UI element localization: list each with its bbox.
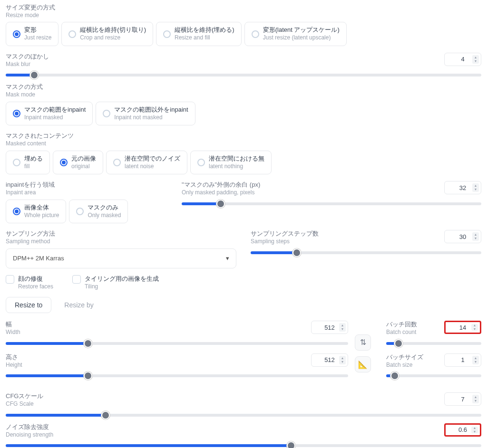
tiling-checkbox[interactable]: タイリング用の画像を生成 Tiling bbox=[72, 275, 159, 290]
denoise-section: ノイズ除去強度 Denoising strength 0.6 ▴▾ bbox=[6, 423, 481, 447]
batch-count-input[interactable]: 14 ▴▾ bbox=[444, 321, 481, 334]
width-input[interactable]: 512 ▴▾ bbox=[311, 321, 348, 334]
tab-resize-to[interactable]: Resize to bbox=[6, 297, 51, 313]
cfg-slider[interactable] bbox=[6, 414, 481, 417]
radio-icon bbox=[60, 159, 68, 166]
stepper-icon[interactable]: ▴▾ bbox=[339, 323, 346, 332]
cfg-section: CFGスケール CFG Scale 7 ▴▾ bbox=[6, 392, 481, 416]
width-section: 幅 Width 512 ▴▾ bbox=[6, 321, 348, 344]
padding-slider[interactable] bbox=[182, 202, 481, 205]
resize-mode-option-0[interactable]: 変形Just resize bbox=[6, 22, 58, 46]
radio-icon bbox=[197, 159, 205, 166]
inpaint-area-option-1[interactable]: マスクのみOnly masked bbox=[69, 200, 128, 223]
sampling-steps-section: サンプリングステップ数 Sampling steps 30 ▴▾ bbox=[251, 230, 481, 268]
radio-icon bbox=[13, 30, 20, 38]
radio-icon bbox=[13, 110, 20, 117]
radio-icon bbox=[103, 110, 110, 117]
inpaint-area-option-0[interactable]: 画像全体Whole picture bbox=[6, 200, 66, 223]
inpaint-area-section: inpaintを行う領域 Inpaint area 画像全体Whole pict… bbox=[6, 181, 167, 223]
resize-tabs: Resize to Resize by bbox=[6, 297, 481, 313]
mask-blur-section: マスクのぼかし Mask blur 4 ▴▾ bbox=[6, 53, 481, 76]
restore-faces-checkbox[interactable]: 顔の修復 Restore faces bbox=[6, 275, 53, 290]
cfg-input[interactable]: 7 ▴▾ bbox=[444, 392, 481, 406]
stepper-icon[interactable]: ▴▾ bbox=[471, 324, 478, 331]
padding-label: "マスクのみ"外側の余白 (px) Only masked padding, p… bbox=[182, 181, 260, 196]
masked-content-option-1[interactable]: 元の画像original bbox=[53, 151, 103, 174]
batch-size-slider[interactable] bbox=[386, 374, 481, 377]
masked-content-option-2[interactable]: 潜在空間でのノイズlatent noise bbox=[106, 151, 187, 174]
stepper-icon[interactable]: ▴▾ bbox=[472, 55, 479, 64]
masked-content-section: マスクされたコンテンツ Masked content 埋めるfill元の画像or… bbox=[6, 132, 481, 174]
masked-content-option-0[interactable]: 埋めるfill bbox=[6, 151, 50, 174]
radio-icon bbox=[113, 159, 121, 166]
mask-mode-section: マスクの方式 Mask mode マスクの範囲をinpaintInpaint m… bbox=[6, 83, 481, 125]
batch-count-slider[interactable] bbox=[386, 342, 481, 345]
batch-size-input[interactable]: 1 ▴▾ bbox=[444, 353, 481, 367]
batch-count-label: バッチ回数 Batch count bbox=[386, 321, 417, 336]
stepper-icon[interactable]: ▴▾ bbox=[472, 356, 479, 364]
masked-content-option-3[interactable]: 潜在空間における無latent nothing bbox=[190, 151, 272, 174]
chevron-down-icon: ▾ bbox=[226, 255, 229, 262]
radio-icon bbox=[68, 30, 76, 38]
denoise-label: ノイズ除去強度 Denoising strength bbox=[6, 423, 53, 438]
sampling-steps-slider[interactable] bbox=[251, 251, 481, 254]
resize-mode-label: サイズ変更の方式 Resize mode bbox=[6, 4, 481, 19]
swap-dimensions-button[interactable]: ⇅ bbox=[355, 334, 371, 351]
width-slider[interactable] bbox=[6, 342, 348, 345]
mask-mode-label: マスクの方式 Mask mode bbox=[6, 83, 481, 98]
mask-blur-label: マスクのぼかし Mask blur bbox=[6, 53, 49, 68]
mask-mode-option-1[interactable]: マスクの範囲以外をinpaintInpaint not masked bbox=[96, 102, 195, 125]
batch-size-label: バッチサイズ Batch size bbox=[386, 353, 423, 369]
stepper-icon[interactable]: ▴▾ bbox=[471, 427, 478, 433]
denoise-input[interactable]: 0.6 ▴▾ bbox=[444, 423, 481, 437]
sampling-method-label: サンプリング方法 Sampling method bbox=[6, 230, 236, 245]
sampling-steps-label: サンプリングステップ数 Sampling steps bbox=[251, 230, 319, 245]
radio-icon bbox=[13, 159, 20, 166]
height-section: 高さ Height 512 ▴▾ bbox=[6, 353, 348, 377]
stepper-icon[interactable]: ▴▾ bbox=[472, 395, 479, 403]
radio-icon bbox=[252, 30, 259, 38]
mask-blur-slider[interactable] bbox=[6, 74, 481, 76]
sampling-method-dropdown[interactable]: DPM++ 2M Karras ▾ bbox=[6, 248, 236, 268]
width-label: 幅 Width bbox=[6, 321, 20, 336]
sampling-steps-input[interactable]: 30 ▴▾ bbox=[444, 230, 481, 243]
mask-mode-option-0[interactable]: マスクの範囲をinpaintInpaint masked bbox=[6, 102, 93, 125]
mask-blur-input[interactable]: 4 ▴▾ bbox=[444, 53, 481, 66]
resize-mode-option-1[interactable]: 縦横比を維持(切り取り)Crop and resize bbox=[61, 22, 153, 46]
masked-content-label: マスクされたコンテンツ Masked content bbox=[6, 132, 481, 147]
resize-mode-section: サイズ変更の方式 Resize mode 変形Just resize縦横比を維持… bbox=[6, 4, 481, 46]
height-input[interactable]: 512 ▴▾ bbox=[311, 353, 348, 367]
radio-icon bbox=[76, 208, 84, 215]
padding-section: "マスクのみ"外側の余白 (px) Only masked padding, p… bbox=[182, 181, 481, 205]
resize-mode-option-3[interactable]: 変形(latent アップスケール)Just resize (latent up… bbox=[244, 22, 347, 46]
stepper-icon[interactable]: ▴▾ bbox=[472, 232, 479, 241]
height-slider[interactable] bbox=[6, 374, 348, 377]
resize-mode-option-2[interactable]: 縦横比を維持(埋める)Resize and fill bbox=[156, 22, 242, 46]
padding-input[interactable]: 32 ▴▾ bbox=[444, 181, 481, 194]
stepper-icon[interactable]: ▴▾ bbox=[472, 183, 479, 192]
cfg-label: CFGスケール CFG Scale bbox=[6, 392, 43, 408]
ruler-button[interactable]: 📐 bbox=[355, 356, 371, 372]
radio-icon bbox=[163, 30, 171, 38]
denoise-slider[interactable] bbox=[6, 444, 481, 447]
inpaint-area-label: inpaintを行う領域 Inpaint area bbox=[6, 181, 167, 196]
sampling-method-section: サンプリング方法 Sampling method DPM++ 2M Karras… bbox=[6, 230, 236, 268]
batch-count-section: バッチ回数 Batch count 14 ▴▾ bbox=[386, 321, 481, 344]
batch-size-section: バッチサイズ Batch size 1 ▴▾ bbox=[386, 353, 481, 377]
stepper-icon[interactable]: ▴▾ bbox=[339, 356, 346, 364]
tab-resize-by[interactable]: Resize by bbox=[55, 297, 102, 313]
radio-icon bbox=[13, 208, 20, 215]
height-label: 高さ Height bbox=[6, 353, 22, 369]
